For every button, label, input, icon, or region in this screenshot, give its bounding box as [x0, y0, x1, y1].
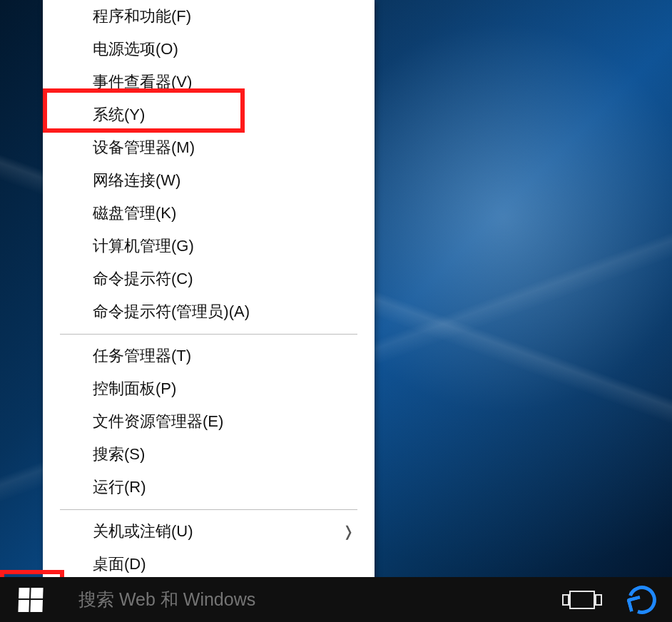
menu-item-label: 计算机管理(G) [93, 235, 194, 257]
menu-item-disk-management[interactable]: 磁盘管理(K) [43, 197, 375, 230]
task-view-icon [569, 591, 595, 609]
menu-item-label: 任务管理器(T) [93, 345, 191, 367]
menu-item-label: 事件查看器(V) [93, 71, 192, 93]
menu-item-event-viewer[interactable]: 事件查看器(V) [43, 66, 375, 98]
menu-item-search[interactable]: 搜索(S) [43, 438, 375, 471]
menu-item-label: 关机或注销(U) [93, 521, 193, 542]
menu-item-label: 网络连接(W) [93, 170, 180, 191]
menu-item-power-options[interactable]: 电源选项(O) [43, 33, 375, 66]
menu-item-system[interactable]: 系统(Y) [43, 98, 375, 131]
menu-item-shutdown-or-signout[interactable]: 关机或注销(U) ❭ [43, 515, 375, 548]
menu-item-label: 运行(R) [93, 476, 146, 498]
menu-item-label: 文件资源管理器(E) [93, 411, 223, 432]
menu-item-label: 搜索(S) [93, 444, 145, 465]
menu-item-label: 设备管理器(M) [93, 137, 195, 158]
menu-item-programs-and-features[interactable]: 程序和功能(F) [43, 0, 375, 33]
menu-item-label: 程序和功能(F) [93, 6, 191, 27]
menu-item-device-manager[interactable]: 设备管理器(M) [43, 131, 375, 164]
edge-browser-button[interactable] [612, 577, 672, 622]
menu-item-run[interactable]: 运行(R) [43, 471, 375, 504]
menu-item-task-manager[interactable]: 任务管理器(T) [43, 340, 375, 372]
menu-item-network-connections[interactable]: 网络连接(W) [43, 164, 375, 197]
menu-item-label: 电源选项(O) [93, 39, 178, 60]
windows-logo-icon [18, 588, 43, 612]
menu-item-label: 命令提示符(管理员)(A) [93, 301, 250, 322]
edge-icon [623, 581, 661, 618]
task-view-button[interactable] [552, 577, 612, 622]
winx-context-menu: 程序和功能(F) 电源选项(O) 事件查看器(V) 系统(Y) 设备管理器(M)… [43, 0, 375, 582]
start-button[interactable] [0, 577, 61, 622]
menu-item-label: 命令提示符(C) [93, 268, 193, 290]
menu-item-computer-management[interactable]: 计算机管理(G) [43, 230, 375, 262]
menu-item-command-prompt-admin[interactable]: 命令提示符(管理员)(A) [43, 295, 375, 328]
menu-separator [60, 334, 357, 335]
menu-item-label: 控制面板(P) [93, 378, 176, 399]
menu-item-label: 磁盘管理(K) [93, 203, 176, 224]
menu-separator [60, 509, 357, 510]
taskbar [0, 577, 672, 622]
menu-item-control-panel[interactable]: 控制面板(P) [43, 372, 375, 405]
menu-item-file-explorer[interactable]: 文件资源管理器(E) [43, 405, 375, 438]
menu-item-label: 桌面(D) [93, 554, 146, 575]
search-input[interactable] [61, 577, 507, 622]
menu-item-label: 系统(Y) [93, 104, 145, 126]
menu-item-desktop[interactable]: 桌面(D) [43, 548, 375, 581]
menu-item-command-prompt[interactable]: 命令提示符(C) [43, 262, 375, 295]
chevron-right-icon: ❭ [342, 523, 355, 540]
